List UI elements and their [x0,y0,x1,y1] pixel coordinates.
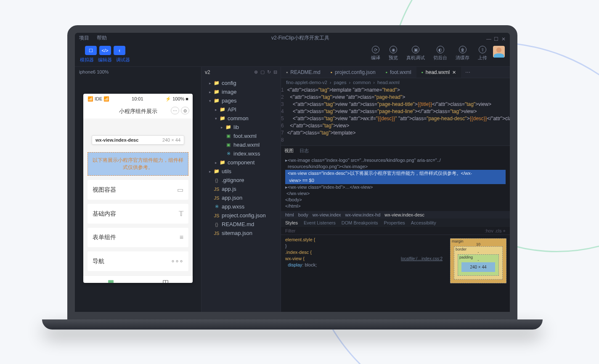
styles-tab[interactable]: Accessibility [411,220,436,225]
dom-tree[interactable]: ▸<wx-image class="index-logo" src="../re… [281,156,510,211]
code-editor[interactable]: 12345678 <"attr">class="tag">template "a… [281,87,510,145]
code-line[interactable]: </"attr">class="tag">template> [287,129,510,137]
code-line[interactable]: <"attr">class="tag">template "attr">name… [287,87,510,94]
collapse-icon[interactable]: ⊟ [273,69,277,75]
tree-root-label[interactable]: v2 [205,69,210,75]
editor-tab[interactable]: ▪head.wxml✕ [416,67,461,78]
breadcrumb-segment[interactable]: head.wxml [377,80,400,85]
dom-node[interactable]: </wx-view> [285,190,506,197]
tree-item[interactable]: JSapp.js [201,185,281,193]
close-icon[interactable]: ✕ [452,70,456,75]
dom-path-segment[interactable]: body [298,212,308,217]
styles-tab[interactable]: DOM Breakpoints [342,220,378,225]
styles-filter-input[interactable]: Filter [285,228,295,233]
css-rules[interactable]: element.style {}.index-desc {</span></di… [281,235,447,312]
capsule-menu-icon[interactable]: ⋯ [171,107,179,114]
tree-item[interactable]: ※app.wxss [201,202,281,211]
phone-title-text: 小程序组件展示 [119,108,157,114]
toolbar-action-0[interactable]: ⟳编译 [371,46,380,61]
toolbar-action-2[interactable]: ▣真机调试 [406,46,425,61]
tree-item[interactable]: ▸📁API [201,105,281,114]
tree-item[interactable]: JSapp.json [201,193,281,202]
breadcrumb-segment[interactable]: pages [334,80,347,85]
tree-item-name: index.wxss [233,150,260,157]
code-line[interactable]: <"attr">class="tag">view "attr">class="p… [287,108,510,115]
devtools-tab-view[interactable]: 视图 [284,148,294,154]
file-icon: JS [213,213,220,218]
tree-item[interactable]: ▣head.wxml [201,140,281,149]
menu-project[interactable]: 项目 [79,34,89,42]
mode-debugger-button[interactable]: ⫞ [114,46,125,55]
dom-path-segment[interactable]: wx-view.index [313,212,341,217]
editor-tab[interactable]: ▪README.md [281,67,326,78]
refresh-icon[interactable]: ↻ [267,69,271,75]
new-file-icon[interactable]: ⊕ [254,69,258,75]
tree-item[interactable]: ▾📁pages [201,96,281,105]
dom-path-segment[interactable]: wx-view.index-hd [345,212,381,217]
close-icon[interactable]: ✕ [501,36,506,40]
dom-breadcrumb[interactable]: htmlbodywx-view.indexwx-view.index-hdwx-… [281,211,510,219]
devtools-tab-log[interactable]: 日志 [300,148,309,154]
phone-tab[interactable]: ▦组件 [83,276,138,283]
list-item[interactable]: 导航∘∘∘ [87,251,188,271]
menu-help[interactable]: 帮助 [97,34,107,42]
tree-item-name: API [228,106,236,113]
tree-item[interactable]: ▸📁lib [201,123,281,132]
minimize-icon[interactable]: — [486,36,490,40]
tree-item[interactable]: JSsitemap.json [201,229,281,237]
dom-node[interactable]: </body> [285,197,506,203]
list-item[interactable]: 基础内容𝕋 [87,204,188,224]
tree-item[interactable]: JSproject.config.json [201,211,281,220]
tree-item[interactable]: ▸📁config [201,79,281,87]
tabs-more-icon[interactable]: ⋯ [461,67,474,78]
tree-item[interactable]: ▸📁component [201,158,281,167]
dom-node[interactable]: resources/kind/logo.png"></wx-image> [285,164,506,170]
toolbar-action-5[interactable]: ⇧上传 [478,46,487,61]
dom-node[interactable]: ▸<wx-image class="index-logo" src="../re… [285,157,506,164]
box-model: margin10 border- padding- 240 × 44 [447,235,510,312]
breadcrumb-segment[interactable]: fino-applet-demo-v2 [286,80,327,85]
window-controls[interactable]: — ☐ ✕ [486,36,506,40]
list-item[interactable]: 表单组件≡ [87,228,188,247]
styles-tab[interactable]: Properties [384,220,405,225]
code-line[interactable]: <"attr">class="tag">view "attr">class="p… [287,94,510,101]
dom-path-segment[interactable]: wx-view.index-desc [384,212,424,217]
caret-icon: ▸ [209,81,213,85]
tree-item[interactable]: ▾📁common [201,114,281,123]
breadcrumb-segment[interactable]: common [353,80,371,85]
styles-tab[interactable]: Event Listeners [304,220,336,225]
tree-item[interactable]: {}README.md [201,220,281,229]
breadcrumb[interactable]: fino-applet-demo-v2›pages›common›head.wx… [281,78,510,87]
user-avatar[interactable] [493,46,505,58]
code-line[interactable]: </"attr">class="tag">view> [287,122,510,129]
capsule-close-icon[interactable]: ⊙ [181,107,189,114]
code-line[interactable]: <"attr">class="tag">view "attr">wx:if="{… [287,115,510,122]
highlighted-element[interactable]: 以下将展示小程序官方组件能力，组件样式仅供参考。 [87,152,188,176]
mode-editor-button[interactable]: </> [99,46,111,55]
styles-tab[interactable]: Styles [285,220,298,225]
tree-item[interactable]: ※index.wxss [201,149,281,158]
editor-tab[interactable]: ▪project.config.json [326,67,381,78]
dom-node[interactable]: <wx-view class="index-desc">以下将展示小程序官方组件… [285,170,506,177]
tree-item[interactable]: ▸📁utils [201,167,281,176]
dom-node[interactable]: ▸<wx-view class="index-bd">…</wx-view> [285,184,506,190]
new-folder-icon[interactable]: ▢ [260,69,265,75]
file-explorer: v2 ⊕ ▢ ↻ ⊟ ▸📁config▸📁image▾📁pages▸📁API▾📁… [201,67,281,312]
maximize-icon[interactable]: ☐ [494,36,498,40]
editor-panel: ▪README.md▪project.config.json▪foot.wxml… [281,67,510,312]
mode-simulator-button[interactable]: ☐ [85,46,97,55]
dom-node[interactable]: </html> [285,203,506,209]
editor-tab[interactable]: ▪foot.wxml [381,67,416,78]
dom-path-segment[interactable]: html [285,212,294,217]
list-item[interactable]: 视图容器▭ [87,180,188,200]
dom-node[interactable]: view> == $0 [285,177,506,184]
tree-item[interactable]: ▸📁image [201,87,281,96]
toolbar-action-4[interactable]: 🗑清缓存 [456,46,469,61]
toolbar-action-3[interactable]: ◐切后台 [433,46,447,61]
phone-tab[interactable]: ◫接口 [138,276,193,283]
styles-filter-actions[interactable]: :hov .cls + [485,228,506,233]
tree-item[interactable]: ▣foot.wxml [201,132,281,140]
code-line[interactable]: <"attr">class="tag">view "attr">class="p… [287,101,510,108]
toolbar-action-1[interactable]: ◉预览 [389,46,398,61]
tree-item[interactable]: {}.gitignore [201,176,281,185]
